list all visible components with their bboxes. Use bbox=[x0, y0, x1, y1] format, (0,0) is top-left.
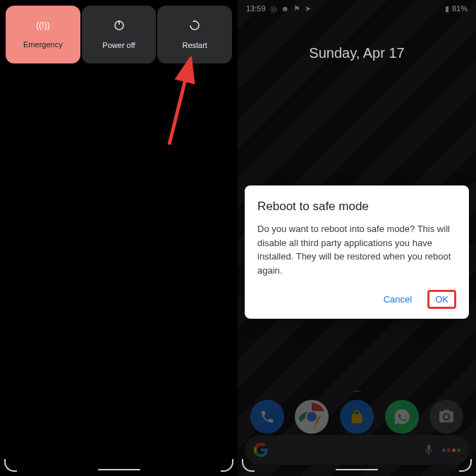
phone-screen-power-menu: ((!)) Emergency Power off Restart bbox=[0, 0, 238, 476]
restart-label: Restart bbox=[182, 41, 207, 49]
reddit-icon: ☻ bbox=[281, 4, 290, 13]
dialog-body: Do you want to reboot into safe mode? Th… bbox=[257, 222, 456, 277]
instagram-icon: ◎ bbox=[270, 4, 277, 13]
annotation-arrow bbox=[162, 56, 205, 148]
power-off-button[interactable]: Power off bbox=[82, 6, 157, 63]
emergency-icon: ((!)) bbox=[36, 20, 50, 33]
restart-icon bbox=[189, 20, 200, 34]
battery-icon: ▮ bbox=[445, 4, 449, 13]
cancel-button[interactable]: Cancel bbox=[378, 290, 417, 309]
emergency-button[interactable]: ((!)) Emergency bbox=[6, 6, 80, 63]
phone-screen-dialog: 13:59 ◎ ☻ ⚑ ➤ ▮ 81% Sunday, Apr 17 Reboo… bbox=[238, 0, 476, 476]
status-time: 13:59 bbox=[246, 4, 266, 13]
status-bar: 13:59 ◎ ☻ ⚑ ➤ ▮ 81% bbox=[238, 0, 476, 17]
telegram-icon: ➤ bbox=[305, 4, 311, 13]
dialog-title: Reboot to safe mode bbox=[257, 200, 456, 214]
power-menu: ((!)) Emergency Power off Restart bbox=[0, 0, 238, 69]
status-battery: 81% bbox=[452, 4, 468, 13]
lock-date: Sunday, Apr 17 bbox=[238, 45, 476, 61]
nav-gesture-bar bbox=[0, 458, 238, 472]
ok-button[interactable]: OK bbox=[427, 290, 456, 309]
power-off-label: Power off bbox=[102, 41, 135, 49]
restart-button[interactable]: Restart bbox=[157, 6, 232, 63]
nav-gesture-bar bbox=[238, 458, 476, 472]
safe-mode-dialog: Reboot to safe mode Do you want to reboo… bbox=[245, 185, 469, 319]
svg-line-5 bbox=[169, 65, 189, 145]
svg-marker-3 bbox=[193, 20, 195, 22]
svg-text:((!)): ((!)) bbox=[36, 20, 49, 30]
emergency-label: Emergency bbox=[23, 40, 63, 49]
power-icon bbox=[114, 20, 125, 34]
flag-icon: ⚑ bbox=[293, 4, 300, 13]
